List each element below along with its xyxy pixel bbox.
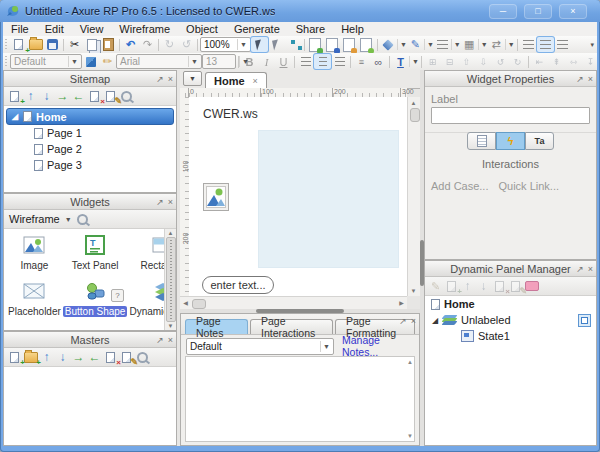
- scroll-down-icon[interactable]: ▼: [168, 323, 174, 329]
- delete-page-button[interactable]: ×: [87, 89, 102, 103]
- rename-master-button[interactable]: ✎: [119, 350, 134, 364]
- move-down-button[interactable]: ↓: [39, 89, 54, 103]
- line-color-dropdown[interactable]: ▼: [424, 39, 434, 50]
- button-shape-widget[interactable]: enter text...: [202, 276, 274, 294]
- outdent-button[interactable]: ←: [71, 89, 86, 103]
- indent-button[interactable]: →: [71, 350, 86, 364]
- align-objects-left-button[interactable]: ⇤: [531, 54, 548, 69]
- scroll-up-icon[interactable]: ▲: [407, 359, 413, 365]
- distribute-h-button[interactable]: ⇿: [565, 54, 582, 69]
- widget-text-panel[interactable]: T Text Panel: [63, 233, 128, 271]
- new-file-button[interactable]: +: [10, 37, 27, 52]
- tab-annotations[interactable]: [467, 132, 496, 150]
- bring-front-button[interactable]: ⇧: [458, 54, 475, 69]
- menu-object[interactable]: Object: [178, 22, 226, 36]
- float-panel-icon[interactable]: ↗: [399, 316, 407, 326]
- justify-right-button[interactable]: [554, 37, 571, 52]
- image-widget[interactable]: [203, 183, 229, 211]
- scroll-down-icon[interactable]: ▼: [407, 433, 413, 439]
- toolbar-overflow-button[interactable]: ▾: [587, 41, 597, 49]
- menu-file[interactable]: File: [3, 22, 37, 36]
- copy-button[interactable]: [83, 37, 100, 52]
- widgets-scrollbar[interactable]: ▲ ▼: [164, 229, 176, 330]
- indent-button[interactable]: →: [55, 89, 70, 103]
- underline-button[interactable]: U: [275, 54, 292, 69]
- sitemap-item-page3[interactable]: Page 3: [4, 157, 176, 173]
- close-panel-icon[interactable]: ×: [588, 74, 593, 84]
- float-panel-icon[interactable]: ↗: [576, 264, 584, 274]
- rotate-right-button[interactable]: ↻: [509, 54, 526, 69]
- select-tool-button[interactable]: [251, 37, 268, 52]
- scrollbar-thumb[interactable]: [410, 108, 420, 122]
- add-master-button[interactable]: +: [7, 350, 22, 364]
- preview-button[interactable]: [358, 37, 375, 52]
- font-color-button[interactable]: T: [392, 54, 409, 69]
- menu-generate[interactable]: Generate: [226, 22, 288, 36]
- delete-master-button[interactable]: ×: [103, 350, 118, 364]
- add-state-button[interactable]: +: [444, 279, 459, 293]
- align-objects-top-button[interactable]: ⇞: [548, 54, 565, 69]
- scroll-up-icon[interactable]: ▲: [168, 230, 174, 236]
- open-file-button[interactable]: [27, 37, 44, 52]
- rectangle-widget[interactable]: [258, 130, 399, 268]
- paste-button[interactable]: [100, 37, 117, 52]
- move-down-button[interactable]: ↓: [55, 350, 70, 364]
- scroll-down-icon[interactable]: ▼: [408, 285, 419, 296]
- fill-color-button[interactable]: [380, 37, 397, 52]
- dpm-item-unlabeled[interactable]: ◢ Unlabeled: [425, 312, 596, 328]
- style-select[interactable]: Default ▼: [10, 54, 82, 69]
- italic-button[interactable]: I: [258, 54, 275, 69]
- note-select[interactable]: Default ▼: [186, 338, 334, 355]
- edit-panel-button[interactable]: ✎: [428, 279, 443, 293]
- apply-style-button[interactable]: [82, 54, 99, 69]
- justify-left-button[interactable]: [520, 37, 537, 52]
- float-panel-icon[interactable]: ↗: [156, 74, 164, 84]
- close-button[interactable]: ×: [560, 5, 586, 18]
- widget-placeholder[interactable]: Placeholder: [6, 279, 63, 317]
- tab-formatting[interactable]: Ta: [525, 132, 554, 150]
- hyperlink-button[interactable]: ∞: [370, 54, 387, 69]
- dpm-item-state1[interactable]: State1: [425, 328, 596, 344]
- redo-button[interactable]: ↷: [139, 37, 156, 52]
- wireframe-page[interactable]: CWER.ws enter text...: [189, 97, 407, 296]
- refresh-button[interactable]: ↺: [178, 37, 195, 52]
- canvas-vertical-scrollbar[interactable]: ▲ ▼: [407, 97, 420, 296]
- close-panel-icon[interactable]: ×: [168, 197, 173, 207]
- panel-visibility-checkbox[interactable]: [578, 314, 591, 327]
- send-back-button[interactable]: ⇩: [475, 54, 492, 69]
- toggle-visibility-button[interactable]: [524, 279, 539, 293]
- close-panel-icon[interactable]: ×: [411, 316, 416, 326]
- maximize-button[interactable]: □: [525, 5, 551, 18]
- widget-image[interactable]: Image: [6, 233, 63, 271]
- generate-html-button[interactable]: [307, 37, 324, 52]
- widget-library-select[interactable]: Wireframe ▼: [7, 213, 74, 225]
- save-button[interactable]: [44, 37, 61, 52]
- close-panel-icon[interactable]: ×: [168, 335, 173, 345]
- arrow-style-button[interactable]: ⇄: [488, 37, 505, 52]
- search-button[interactable]: [119, 89, 134, 103]
- delete-state-button[interactable]: ×: [492, 279, 507, 293]
- search-widgets-button[interactable]: [75, 212, 90, 226]
- outdent-button[interactable]: ←: [87, 350, 102, 364]
- float-panel-icon[interactable]: ↗: [576, 74, 584, 84]
- expander-icon[interactable]: ◢: [431, 316, 439, 325]
- text-panel-widget[interactable]: CWER.ws: [203, 107, 258, 121]
- generate-word-button[interactable]: [324, 37, 341, 52]
- generate-spec-button[interactable]: [341, 37, 358, 52]
- sitemap-item-home[interactable]: ◢ Home: [6, 108, 174, 125]
- connector-tool-button[interactable]: [285, 37, 302, 52]
- menu-help[interactable]: Help: [333, 22, 372, 36]
- font-select[interactable]: Arial ▼: [116, 54, 202, 69]
- tab-page-notes[interactable]: Page Notes: [185, 319, 248, 334]
- menu-share[interactable]: Share: [288, 22, 333, 36]
- move-up-button[interactable]: ↑: [39, 350, 54, 364]
- line-width-dropdown[interactable]: ▼: [451, 39, 461, 50]
- align-right-button[interactable]: [331, 54, 348, 69]
- tab-list-dropdown[interactable]: ▼: [183, 71, 202, 86]
- scroll-left-icon[interactable]: ◀: [180, 297, 191, 308]
- cut-button[interactable]: ✂: [66, 37, 83, 52]
- sitemap-item-page2[interactable]: Page 2: [4, 141, 176, 157]
- align-left-button[interactable]: [297, 54, 314, 69]
- expander-icon[interactable]: ◢: [11, 112, 19, 121]
- close-panel-icon[interactable]: ×: [588, 264, 593, 274]
